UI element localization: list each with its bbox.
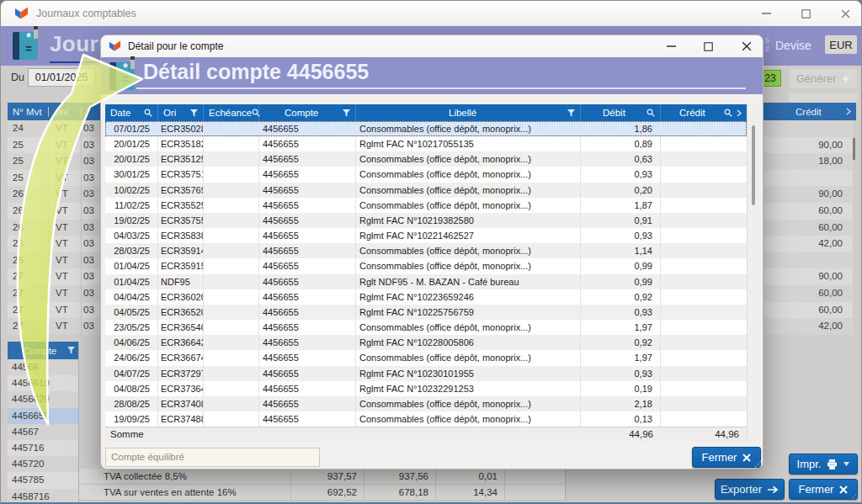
detail-table-row[interactable]: 04/03/25 ECR35838 4456655 Rglmt FAC N°10… [105, 228, 747, 243]
detail-table-row[interactable]: 28/08/25 ECR37408 4456655 Consommables (… [105, 396, 747, 411]
credit-row[interactable]: 42,00 [764, 318, 853, 335]
detail-table-row[interactable]: 01/04/25 NDF95 4456655 Rglt NDF95 - M. B… [105, 274, 747, 289]
credit-row[interactable]: 60,00 [764, 285, 853, 302]
chevron-right-icon[interactable] [737, 109, 742, 117]
detail-table-row[interactable]: 24/06/25 ECR36674 4456655 Consommables (… [105, 350, 747, 365]
filter-icon[interactable] [567, 109, 575, 117]
journal-book-icon: *= [109, 60, 135, 93]
account-item[interactable]: 44567 [8, 424, 78, 440]
dialog-titlebar: Détail pour le compte [101, 35, 763, 57]
credit-row[interactable]: 90,00 [764, 137, 853, 154]
credit-scrollbar-thumb[interactable] [853, 138, 855, 160]
minimize-button[interactable] [753, 4, 779, 23]
detail-table-row[interactable]: 19/09/25 ECR37488 4456655 Consommables (… [105, 411, 747, 427]
window-resize-grip[interactable] [849, 494, 857, 501]
credit-row[interactable]: 60,00 [764, 203, 853, 220]
filter-icon[interactable] [190, 109, 198, 117]
col-header-debit[interactable]: Débit [581, 104, 661, 121]
col-header-mvt[interactable]: N° Mvt [8, 107, 49, 117]
account-item[interactable]: 44566 [8, 359, 78, 375]
close-icon [839, 485, 848, 494]
detail-table-row[interactable]: 11/02/25 ECR35525 4456655 Consommables (… [105, 198, 747, 213]
col-header-credit[interactable]: Crédit [661, 104, 747, 121]
detail-table-row[interactable]: 04/04/25 ECR36020 4456655 Rglmt FAC N°10… [105, 289, 747, 305]
credit-row[interactable]: 42,00 [764, 236, 853, 252]
account-item[interactable]: 4456610 [8, 375, 78, 391]
col-header-libelle[interactable]: Libellé [356, 104, 581, 121]
application-window: Journaux comptables *= Journaux comptabl… [0, 0, 862, 504]
lightning-icon [842, 73, 850, 85]
col-header-compte[interactable]: Compte [259, 104, 356, 121]
credit-column-header[interactable]: Crédit [764, 103, 856, 120]
dialog-page-title: Détail compte 4456655 [143, 60, 369, 84]
print-button[interactable]: Impr. [789, 454, 858, 475]
account-item[interactable]: 445785 [8, 472, 78, 488]
account-item[interactable]: 445720 [8, 456, 78, 472]
minimize-icon [667, 45, 676, 47]
main-titlebar: Journaux comptables [1, 1, 862, 26]
main-close-button[interactable]: Fermer [789, 479, 858, 500]
detail-table-row[interactable]: 10/02/25 ECR35769 4456655 Consommables (… [105, 183, 747, 198]
credit-row[interactable]: 18,00 [764, 153, 853, 170]
account-item[interactable]: 4458716 [8, 489, 78, 504]
tva-row[interactable]: TVA sur ventes en attente 16% 692,52 678… [79, 485, 566, 501]
search-icon[interactable] [144, 109, 152, 117]
dialog-title-underline [136, 88, 746, 89]
col-header-date[interactable]: Date [105, 104, 158, 121]
dialog-resize-grip[interactable] [754, 460, 762, 468]
tva-row[interactable]: TVA collectée 8,5% 937,57 937,56 0,01 [79, 469, 566, 485]
account-item[interactable]: 4456655 [8, 408, 78, 424]
generate-button[interactable]: Générer [789, 68, 858, 89]
detail-table-row[interactable]: 04/07/25 ECR37297 4456655 Rglmt FAC N°10… [105, 366, 747, 381]
search-icon[interactable] [724, 109, 732, 117]
search-icon[interactable] [646, 109, 655, 117]
credit-row[interactable]: 60,00 [764, 302, 853, 319]
dialog-maximize-button[interactable] [695, 37, 721, 56]
dialog-minimize-button[interactable] [658, 37, 684, 56]
filter-icon[interactable] [343, 109, 350, 117]
date-from-field[interactable]: 01/01/2025 [28, 68, 95, 87]
clipped-text-fragment: 2 [765, 45, 769, 53]
col-header-ori[interactable]: Ori [158, 104, 204, 121]
accounts-list: 44566 4456610 4456620 4456655 44567 4457… [8, 359, 79, 504]
credit-row[interactable]: 90,00 [764, 268, 853, 285]
journal-book-icon: *= [13, 29, 38, 63]
maximize-button[interactable] [793, 4, 818, 23]
credit-row[interactable] [764, 170, 853, 187]
credit-row[interactable]: 60,00 [764, 220, 853, 236]
detail-table-row[interactable]: 23/05/25 ECR36540 4456655 Consommables (… [105, 320, 747, 335]
dialog-title: Détail pour le compte [128, 40, 223, 52]
sum-debit: 44,96 [581, 427, 661, 442]
col-header-jnl[interactable]: Jnl [49, 107, 82, 117]
close-button[interactable] [833, 4, 858, 23]
detail-table-row[interactable]: 30/01/25 ECR35751 4456655 Consommables (… [105, 167, 747, 182]
detail-table-row[interactable]: 20/01/25 ECR35182 4456655 Rglmt FAC N°10… [105, 136, 747, 151]
dialog-close-button[interactable] [734, 37, 759, 56]
du-label: Du [11, 72, 24, 83]
maximize-icon [801, 9, 811, 19]
export-button[interactable]: Exporter [715, 479, 785, 500]
detail-table-row[interactable]: 19/02/25 ECR35755 4456655 Rglmt FAC N°10… [105, 213, 747, 228]
close-icon [742, 41, 752, 51]
account-item[interactable]: 4456620 [8, 391, 78, 407]
detail-table-row[interactable]: 28/03/25 ECR35914 4456655 Consommables (… [105, 243, 747, 258]
credit-row[interactable] [764, 120, 853, 137]
credit-row[interactable] [764, 252, 853, 269]
col-header-echeance[interactable]: Echéance [204, 104, 259, 121]
detail-table-row[interactable]: 07/01/25 ECR35028 4456655 Consommables (… [105, 121, 747, 136]
arrow-right-icon [768, 485, 779, 494]
detail-table-row[interactable]: 04/08/25 ECR37364 4456655 Rglmt FAC N°10… [105, 381, 747, 396]
detail-table-row[interactable]: 01/04/25 ECR35915 4456655 Consommables (… [105, 258, 747, 273]
detail-table-body: 07/01/25 ECR35028 4456655 Consommables (… [105, 121, 747, 427]
detail-dialog: Détail pour le compte *= Détail compte 4… [100, 34, 764, 470]
detail-scrollbar-thumb[interactable] [752, 125, 755, 205]
devise-value[interactable]: EUR [825, 35, 857, 54]
detail-table-row[interactable]: 04/06/25 ECR36642 4456655 Rglmt FAC N°10… [105, 335, 747, 350]
detail-table-row[interactable]: 04/05/25 ECR36520 4456655 Rglmt FAC N°10… [105, 305, 747, 320]
accounts-header[interactable]: Compte [8, 342, 79, 359]
account-item[interactable]: 445716 [8, 440, 78, 456]
printer-icon [827, 459, 838, 470]
detail-table-row[interactable]: 20/01/25 ECR35125 4456655 Consommables (… [105, 151, 747, 167]
credit-row[interactable]: 90,00 [764, 186, 853, 203]
dialog-fermer-button[interactable]: Fermer [692, 447, 761, 468]
